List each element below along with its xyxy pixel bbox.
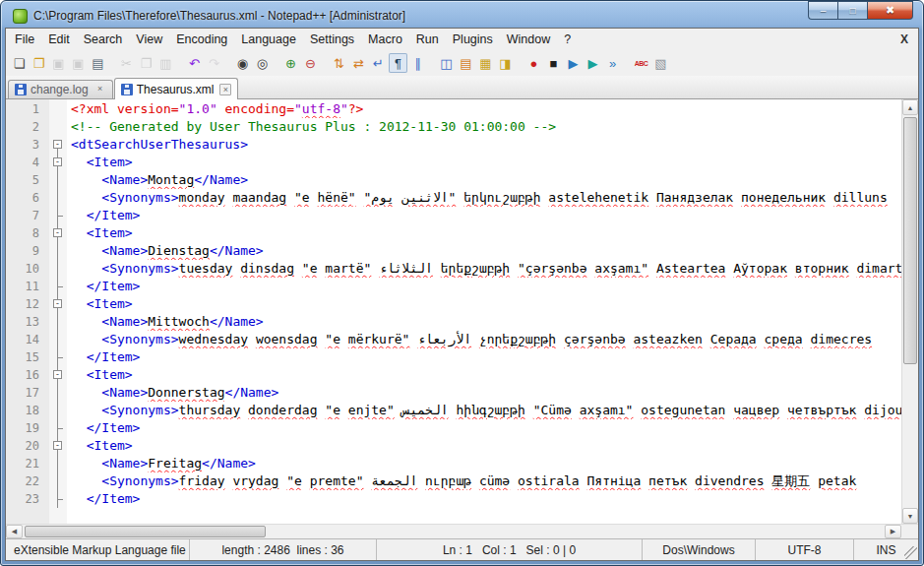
code-text[interactable]: <Synonyms>wednesday woensdag "e mërkurë"… bbox=[67, 331, 901, 348]
tab-thesaurus-xml[interactable]: Thesaurus.xml× bbox=[114, 78, 239, 99]
vertical-scroll-thumb[interactable] bbox=[903, 117, 917, 364]
print-icon[interactable]: ▤ bbox=[89, 53, 107, 73]
spell-check-icon[interactable]: ABC bbox=[632, 53, 650, 73]
editor-line[interactable]: 22 <Synonyms>friday vrydag "e premte" ال… bbox=[6, 472, 901, 490]
file-browser-icon[interactable]: ▦ bbox=[476, 53, 495, 73]
fold-box-marker[interactable]: - bbox=[49, 136, 67, 154]
scroll-right-icon[interactable]: ▶ bbox=[885, 525, 901, 538]
title-bar[interactable]: C:\Program Files\Therefore\Thesaurus.xml… bbox=[5, 1, 919, 28]
code-text[interactable]: <Synonyms>monday maandag "e hënë" "يوم ا… bbox=[67, 189, 901, 207]
close-button[interactable]: ✖ bbox=[868, 1, 913, 20]
replace-icon[interactable]: ◎ bbox=[253, 53, 272, 73]
vertical-scroll-track[interactable] bbox=[902, 115, 918, 508]
code-text[interactable]: <Synonyms>friday vrydag "e premte" الجمع… bbox=[67, 472, 901, 490]
fold-box-marker[interactable]: - bbox=[49, 366, 67, 384]
menu-item-window[interactable]: Window bbox=[500, 30, 557, 49]
editor-line[interactable]: 2<!-- Generated by User Thesaurus Plus :… bbox=[6, 118, 901, 136]
code-text[interactable]: <Item> bbox=[67, 224, 901, 242]
editor-line[interactable]: 21 <Name>Freitag</Name> bbox=[6, 455, 901, 472]
menu-item-file[interactable]: File bbox=[8, 30, 41, 49]
code-text[interactable]: <Item> bbox=[67, 154, 901, 171]
fold-box-marker[interactable]: - bbox=[49, 295, 67, 313]
vertical-scrollbar[interactable]: ▲ ▼ bbox=[901, 99, 918, 524]
plugin-icon[interactable]: ▧ bbox=[651, 53, 670, 73]
editor-line[interactable]: 9 <Name>Dienstag</Name> bbox=[6, 242, 901, 260]
resize-grip[interactable] bbox=[904, 546, 917, 559]
function-list-icon[interactable]: ▤ bbox=[457, 53, 475, 73]
menu-item-help[interactable]: ? bbox=[557, 30, 578, 49]
code-text[interactable]: <Name>Dienstag</Name> bbox=[67, 242, 901, 260]
code-text[interactable]: </Item> bbox=[67, 207, 901, 224]
word-wrap-icon[interactable]: ↵ bbox=[369, 53, 388, 73]
scroll-up-icon[interactable]: ▲ bbox=[902, 99, 918, 115]
menu-item-macro[interactable]: Macro bbox=[361, 30, 409, 49]
editor-line[interactable]: 18 <Synonyms>thursday donderdag "e enjte… bbox=[6, 402, 901, 419]
code-text[interactable]: <Item> bbox=[67, 366, 901, 384]
editor-line[interactable]: 23 </Item> bbox=[6, 490, 901, 508]
horizontal-scrollbar[interactable]: ◀ ▶ bbox=[6, 524, 918, 538]
code-text[interactable]: <?xml version="1.0" encoding="utf-8"?> bbox=[67, 100, 901, 118]
code-text[interactable]: </Item> bbox=[67, 348, 901, 366]
editor-line[interactable]: 19 </Item> bbox=[6, 419, 901, 437]
scroll-left-icon[interactable]: ◀ bbox=[6, 525, 23, 538]
paste-icon[interactable]: ▥ bbox=[156, 53, 175, 73]
editor-line[interactable]: 5 <Name>Montag</Name> bbox=[6, 171, 901, 189]
open-folder-icon[interactable]: ❐ bbox=[30, 53, 48, 73]
code-text[interactable]: <Name>Donnerstag</Name> bbox=[67, 384, 901, 402]
copy-icon[interactable]: ❐ bbox=[137, 53, 155, 73]
new-file-icon[interactable]: ❏ bbox=[10, 53, 29, 73]
zoom-in-icon[interactable]: ⊕ bbox=[281, 53, 300, 73]
cut-icon[interactable]: ✂ bbox=[117, 53, 136, 73]
find-icon[interactable]: ◉ bbox=[233, 53, 252, 73]
menu-item-run[interactable]: Run bbox=[409, 30, 446, 49]
sync-horizontal-scroll-icon[interactable]: ⇄ bbox=[349, 53, 368, 73]
code-text[interactable]: <dtSearchUserThesaurus> bbox=[67, 136, 901, 154]
code-text[interactable]: </Item> bbox=[67, 490, 901, 508]
sync-vertical-scroll-icon[interactable]: ⇅ bbox=[330, 53, 348, 73]
code-text[interactable]: <Name>Freitag</Name> bbox=[67, 455, 901, 472]
editor-line[interactable]: 3-<dtSearchUserThesaurus> bbox=[6, 136, 901, 154]
maximize-button[interactable]: □ bbox=[837, 1, 868, 20]
editor-lines[interactable]: 1<?xml version="1.0" encoding="utf-8"?>2… bbox=[6, 99, 901, 524]
editor-line[interactable]: 13 <Name>Mittwoch</Name> bbox=[6, 313, 901, 331]
undo-icon[interactable]: ↶ bbox=[185, 53, 204, 73]
zoom-out-icon[interactable]: ⊖ bbox=[301, 53, 320, 73]
editor-line[interactable]: 7 </Item> bbox=[6, 207, 901, 224]
stop-macro-icon[interactable]: ■ bbox=[544, 53, 563, 73]
menu-item-plugins[interactable]: Plugins bbox=[446, 30, 500, 49]
play-macro-icon[interactable]: ▶ bbox=[564, 53, 583, 73]
horizontal-scroll-track[interactable] bbox=[23, 525, 885, 538]
menu-item-language[interactable]: Language bbox=[234, 30, 303, 49]
code-text[interactable]: <Item> bbox=[67, 437, 901, 455]
editor-line[interactable]: 6 <Synonyms>monday maandag "e hënë" "يوم… bbox=[6, 189, 901, 207]
tab-close-icon[interactable]: × bbox=[219, 84, 231, 95]
tab-close-icon[interactable]: × bbox=[94, 84, 106, 95]
scroll-down-icon[interactable]: ▼ bbox=[902, 508, 918, 524]
menu-item-settings[interactable]: Settings bbox=[303, 30, 361, 49]
code-text[interactable]: </Item> bbox=[67, 278, 901, 295]
editor-line[interactable]: 16- <Item> bbox=[6, 366, 901, 384]
code-text[interactable]: <Name>Mittwoch</Name> bbox=[67, 313, 901, 331]
record-macro-icon[interactable]: ● bbox=[524, 53, 543, 73]
menu-item-edit[interactable]: Edit bbox=[41, 30, 77, 49]
editor-line[interactable]: 20- <Item> bbox=[6, 437, 901, 455]
code-text[interactable]: <Synonyms>tuesday dinsdag "e martë" الثل… bbox=[67, 260, 901, 278]
fold-box-marker[interactable]: - bbox=[49, 437, 67, 455]
save-macro-icon[interactable]: ▶ bbox=[584, 53, 602, 73]
code-text[interactable]: <!-- Generated by User Thesaurus Plus : … bbox=[67, 118, 901, 136]
close-document-button[interactable]: X bbox=[896, 32, 912, 46]
minimize-button[interactable]: – bbox=[808, 1, 837, 20]
editor-line[interactable]: 11 </Item> bbox=[6, 278, 901, 295]
code-text[interactable]: <Item> bbox=[67, 295, 901, 313]
redo-icon[interactable]: ↷ bbox=[205, 53, 223, 73]
fold-box-marker[interactable]: - bbox=[49, 154, 67, 171]
editor-line[interactable]: 4- <Item> bbox=[6, 154, 901, 171]
editor-line[interactable]: 17 <Name>Donnerstag</Name> bbox=[6, 384, 901, 402]
indent-guide-icon[interactable]: ∥ bbox=[408, 53, 427, 73]
menu-item-encoding[interactable]: Encoding bbox=[169, 30, 234, 49]
fold-box-marker[interactable]: - bbox=[49, 224, 67, 242]
editor-line[interactable]: 14 <Synonyms>wednesday woensdag "e mërku… bbox=[6, 331, 901, 348]
doc-map-icon[interactable]: ◫ bbox=[437, 53, 456, 73]
editor-line[interactable]: 12- <Item> bbox=[6, 295, 901, 313]
editor-line[interactable]: 1<?xml version="1.0" encoding="utf-8"?> bbox=[6, 100, 901, 118]
